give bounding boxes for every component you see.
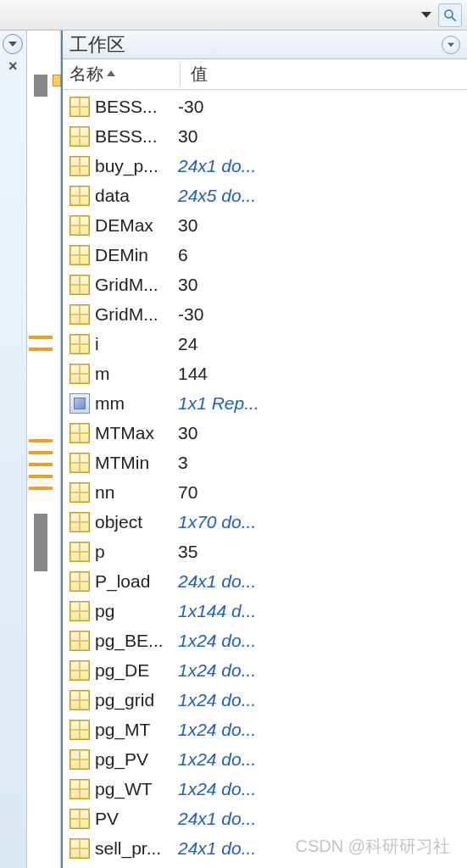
- variable-name: mm: [95, 393, 178, 414]
- variable-value[interactable]: 1x24 do...: [178, 720, 256, 740]
- matrix-icon: [69, 156, 90, 176]
- variable-value: 3: [178, 453, 188, 473]
- matrix-icon: [69, 631, 90, 651]
- workspace-menu-button[interactable]: [442, 36, 460, 54]
- column-value[interactable]: 值: [191, 63, 208, 86]
- matrix-icon: [69, 660, 90, 681]
- variable-value[interactable]: 1x24 do...: [178, 690, 256, 710]
- variable-row[interactable]: WT24x1 do...: [66, 863, 467, 868]
- variable-row[interactable]: P_load24x1 do...: [66, 566, 467, 596]
- matrix-icon: [69, 245, 90, 265]
- variable-value[interactable]: 24x1 do...: [178, 809, 256, 829]
- matrix-icon: [69, 334, 90, 354]
- matrix-icon: [69, 809, 90, 829]
- matrix-icon: [69, 126, 90, 147]
- variable-name: MTMin: [95, 453, 178, 473]
- variable-row[interactable]: pg_MT1x24 do...: [66, 715, 467, 744]
- matrix-icon: [69, 571, 90, 592]
- object-icon: [69, 393, 90, 414]
- variable-name: buy_p...: [95, 156, 178, 176]
- variable-name: object: [95, 512, 178, 532]
- matrix-icon: [69, 275, 90, 295]
- variable-value[interactable]: 24x5 do...: [178, 186, 256, 206]
- search-icon: [442, 8, 458, 23]
- minimap-options-button[interactable]: [3, 34, 23, 54]
- variable-value[interactable]: 1x24 do...: [178, 749, 256, 770]
- variable-value[interactable]: 24x1 do...: [178, 838, 256, 859]
- variables-list: BESS...-30BESS...30buy_p...24x1 do...dat…: [63, 90, 467, 868]
- minimap-close-button[interactable]: ×: [5, 56, 21, 77]
- variable-row[interactable]: pg_grid1x24 do...: [66, 685, 467, 715]
- variable-row[interactable]: m144: [66, 359, 467, 388]
- svg-marker-3: [448, 42, 454, 47]
- variable-name: GridM...: [95, 304, 178, 325]
- variable-row[interactable]: MTMin3: [66, 448, 467, 477]
- variable-value[interactable]: 24x1 do...: [178, 156, 256, 176]
- variable-row[interactable]: mm1x1 Rep...: [66, 388, 467, 418]
- variable-value: 6: [178, 245, 188, 265]
- variable-row[interactable]: BESS...30: [66, 121, 467, 151]
- variable-row[interactable]: MTMax30: [66, 418, 467, 448]
- variable-name: pg_DE: [95, 660, 178, 681]
- minimap-marker: [29, 463, 53, 466]
- variable-name: pg_MT: [95, 720, 178, 740]
- variable-value[interactable]: 1x144 d...: [178, 601, 256, 621]
- variable-row[interactable]: pg_DE1x24 do...: [66, 655, 467, 685]
- toolbar-dropdown[interactable]: [418, 10, 435, 19]
- variable-row[interactable]: object1x70 do...: [66, 507, 467, 537]
- variable-row[interactable]: pg_BE...1x24 do...: [66, 626, 467, 655]
- chevron-down-icon: [421, 12, 431, 18]
- variable-row[interactable]: DEMin6: [66, 240, 467, 270]
- variable-value: 35: [178, 542, 197, 562]
- matrix-icon: [69, 779, 90, 799]
- variable-row[interactable]: pg1x144 d...: [66, 596, 467, 626]
- variable-row[interactable]: pg_WT1x24 do...: [66, 774, 467, 804]
- matrix-icon: [69, 749, 90, 770]
- variable-row[interactable]: i24: [66, 329, 467, 359]
- column-headers[interactable]: 名称 值: [63, 59, 467, 90]
- variable-row[interactable]: DEMax30: [66, 210, 467, 240]
- variable-value: 30: [178, 423, 197, 443]
- minimap-marker: [29, 336, 53, 339]
- variable-row[interactable]: buy_p...24x1 do...: [66, 151, 467, 181]
- variable-name: m: [95, 364, 178, 384]
- search-button[interactable]: [438, 3, 462, 27]
- variable-value: -30: [178, 97, 203, 117]
- variable-value[interactable]: 1x1 Rep...: [178, 393, 259, 414]
- variable-value: -30: [178, 304, 203, 325]
- variable-row[interactable]: data24x5 do...: [66, 181, 467, 210]
- matrix-icon: [69, 601, 90, 621]
- variable-name: pg_grid: [95, 690, 178, 710]
- variable-name: BESS...: [95, 126, 178, 147]
- variable-value[interactable]: 1x24 do...: [178, 631, 256, 651]
- variable-name: DEMin: [95, 245, 178, 265]
- matrix-icon: [69, 215, 90, 236]
- svg-point-0: [445, 10, 453, 18]
- column-name[interactable]: 名称: [69, 63, 180, 86]
- variable-row[interactable]: pg_PV1x24 do...: [66, 744, 467, 774]
- variable-row[interactable]: nn70: [66, 477, 467, 507]
- matrix-icon: [69, 542, 90, 562]
- variable-value: 30: [178, 126, 197, 147]
- minimap-cursor[interactable]: [53, 75, 61, 86]
- variable-value: 30: [178, 215, 197, 236]
- variable-name: MTMax: [95, 423, 178, 443]
- variable-row[interactable]: GridM...30: [66, 270, 467, 299]
- variable-value[interactable]: 1x24 do...: [178, 660, 256, 681]
- variable-name: p: [95, 542, 178, 562]
- matrix-icon: [69, 512, 90, 532]
- minimap-track[interactable]: [27, 31, 60, 868]
- minimap-block: [34, 75, 47, 97]
- variable-value[interactable]: 1x70 do...: [178, 512, 256, 532]
- variable-row[interactable]: PV24x1 do...: [66, 804, 467, 833]
- matrix-icon: [69, 720, 90, 740]
- variable-row[interactable]: BESS...-30: [66, 92, 467, 121]
- variable-name: sell_pr...: [95, 838, 178, 859]
- variable-row[interactable]: sell_pr...24x1 do...: [66, 833, 467, 863]
- variable-value[interactable]: 1x24 do...: [178, 779, 256, 799]
- column-divider[interactable]: [180, 64, 181, 86]
- variable-row[interactable]: p35: [66, 537, 467, 566]
- variable-name: DEMax: [95, 215, 178, 236]
- variable-row[interactable]: GridM...-30: [66, 299, 467, 329]
- variable-value[interactable]: 24x1 do...: [178, 571, 256, 592]
